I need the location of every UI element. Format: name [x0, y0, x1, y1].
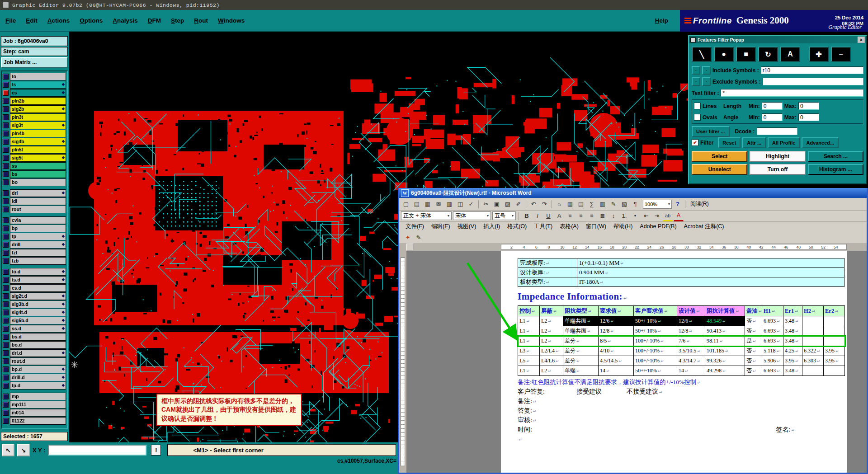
ovals-checkbox[interactable]	[694, 114, 701, 121]
reset-button[interactable]: Reset	[718, 137, 741, 148]
layer-label[interactable]: sig3t◆	[10, 122, 66, 129]
hyperlink-icon[interactable]: ⌂	[554, 199, 564, 209]
layer-label[interactable]: rout	[10, 206, 66, 213]
layer-label[interactable]: bo	[10, 178, 66, 186]
job-matrix-button[interactable]: Job Matrix ...	[1, 57, 68, 68]
pad-feature-button[interactable]: ●	[714, 47, 734, 62]
layer-visibility-toggle[interactable]	[3, 155, 9, 161]
menu-options[interactable]: Options	[80, 17, 103, 24]
layer-label[interactable]: pln4b	[10, 130, 66, 137]
layer-visibility-toggle[interactable]	[3, 190, 9, 196]
layer-label[interactable]: tp.d◆	[10, 382, 66, 390]
layer-row-pln2b[interactable]: pln2b	[3, 97, 66, 105]
layer-label[interactable]: sig2t.d◆	[10, 292, 66, 300]
layer-row-drill.d[interactable]: drill.d◆	[3, 373, 66, 381]
layer-label[interactable]: to	[10, 73, 66, 80]
layer-visibility-toggle[interactable]	[3, 131, 9, 136]
text-feature-button[interactable]: A	[780, 47, 800, 62]
redo-icon[interactable]: ↷	[539, 199, 549, 209]
histogram-button[interactable]: Histogram ...	[808, 164, 863, 175]
drawing-icon[interactable]: ✎	[609, 199, 618, 209]
layer-label[interactable]: sig2b◆	[10, 105, 66, 113]
layer-visibility-toggle[interactable]	[3, 250, 9, 256]
word-menu-edit[interactable]: 编辑(E)	[428, 223, 454, 230]
layer-visibility-toggle[interactable]	[3, 163, 9, 169]
attr-button[interactable]: Attr ...	[742, 137, 766, 148]
layer-row-sig2b[interactable]: sig2b◆	[3, 105, 66, 113]
permission-icon[interactable]: ✦	[403, 232, 413, 242]
bold-button[interactable]: B	[522, 211, 532, 221]
italic-button[interactable]: I	[533, 211, 542, 221]
layer-row-sig5t[interactable]: sig5t◆	[3, 154, 66, 162]
font-color-button[interactable]: A	[674, 211, 684, 221]
layer-label[interactable]: ss.d◆	[10, 325, 66, 333]
arc-feature-button[interactable]: ↻	[758, 47, 778, 62]
layer-visibility-toggle[interactable]	[3, 171, 9, 177]
layer-label[interactable]: cs◆	[10, 89, 66, 97]
advanced-button[interactable]: Advanced...	[802, 137, 839, 148]
layer-row-mp[interactable]: mp	[3, 392, 66, 400]
negative-feature-button[interactable]: −	[831, 47, 851, 62]
print-preview-icon[interactable]: ◫	[455, 199, 465, 209]
tables-borders-icon[interactable]: ▦	[565, 199, 575, 209]
layer-visibility-toggle[interactable]	[3, 234, 9, 239]
layer-label[interactable]: drill.d◆	[10, 374, 66, 381]
layer-visibility-toggle[interactable]	[3, 139, 9, 145]
menu-file[interactable]: File	[5, 17, 16, 24]
layer-visibility-toggle[interactable]	[3, 82, 9, 88]
layer-visibility-toggle[interactable]	[3, 198, 9, 204]
email-icon[interactable]: ✉	[434, 199, 443, 209]
text-filter-input[interactable]	[721, 89, 863, 97]
layer-row-drill[interactable]: drill◆	[3, 240, 66, 249]
open-icon[interactable]: ▤	[412, 199, 422, 209]
layer-label[interactable]: drill◆	[10, 241, 66, 249]
layer-visibility-toggle[interactable]	[3, 310, 9, 315]
layer-label[interactable]: fzb	[10, 257, 66, 265]
length-max-input[interactable]	[798, 102, 819, 110]
unselect-button[interactable]: Unselect	[692, 164, 747, 175]
word-titlebar[interactable]: W 6g00406va0-阻抗设计(New).rtf - Microsoft W…	[399, 188, 867, 198]
layer-row-sig2t.d[interactable]: sig2t.d◆	[3, 292, 66, 300]
underline-button[interactable]: U	[543, 211, 553, 221]
zoom-select[interactable]: 100% ▾	[643, 200, 672, 209]
justify-button[interactable]: ≣	[598, 211, 608, 221]
word-menu-view[interactable]: 视图(V)	[454, 223, 480, 230]
layer-visibility-toggle[interactable]	[3, 147, 9, 153]
font-select[interactable]: 宋体 ▾	[453, 211, 491, 220]
word-menu-table[interactable]: 表格(A)	[556, 223, 582, 230]
layer-row-ts[interactable]: ts◆	[3, 80, 66, 89]
show-marks-icon[interactable]: ¶	[630, 199, 640, 209]
layer-visibility-toggle[interactable]	[3, 106, 9, 112]
positive-feature-button[interactable]: ✚	[809, 47, 829, 62]
layer-row-drl[interactable]: drl◆	[3, 189, 66, 197]
menu-edit[interactable]: Edit	[26, 17, 38, 24]
include-picker-button[interactable]: ▪	[692, 66, 700, 75]
menu-windows[interactable]: Windows	[218, 17, 245, 24]
layer-row-bp[interactable]: bp	[3, 224, 66, 232]
layer-label[interactable]: drl◆	[10, 189, 66, 197]
filter-checkbox[interactable]: ✔	[692, 139, 698, 146]
layer-row-ss[interactable]: ss	[3, 162, 66, 170]
layer-visibility-toggle[interactable]	[3, 366, 9, 372]
layer-label[interactable]: to.d◆	[10, 268, 66, 276]
layer-row-sig5b.d[interactable]: sig5b.d◆	[3, 316, 66, 324]
layer-visibility-toggle[interactable]	[3, 375, 9, 380]
select-button[interactable]: Select	[692, 151, 747, 162]
layer-row-drl.d[interactable]: drl.d◆	[3, 349, 66, 357]
document-page[interactable]: 完成板厚:↵1(+0.1/-0.1) MM↵设计板厚:↵0.904 MM↵板材类…	[501, 251, 847, 473]
document-map-icon[interactable]: ▧	[619, 199, 629, 209]
layer-visibility-toggle[interactable]	[3, 277, 9, 283]
highlight-button[interactable]: Highlight	[750, 151, 805, 162]
layer-label[interactable]: 01122	[10, 417, 66, 425]
popup-titlebar[interactable]: Features Filter Popup ×	[689, 36, 866, 43]
layer-visibility-toggle[interactable]	[3, 326, 9, 332]
cut-icon[interactable]: ✂	[481, 199, 491, 209]
insert-table-icon[interactable]: ▤	[576, 199, 586, 209]
layer-row-bs[interactable]: bs	[3, 170, 66, 178]
layer-row-tp.d[interactable]: tp.d◆	[3, 381, 66, 390]
word-menu-acrobat-comments[interactable]: Acrobat 注释(C)	[680, 223, 728, 230]
layer-label[interactable]: pln5t	[10, 146, 66, 154]
layer-visibility-toggle[interactable]	[3, 410, 9, 416]
layer-visibility-toggle[interactable]	[3, 285, 9, 291]
layer-row-ss.d[interactable]: ss.d◆	[3, 324, 66, 333]
